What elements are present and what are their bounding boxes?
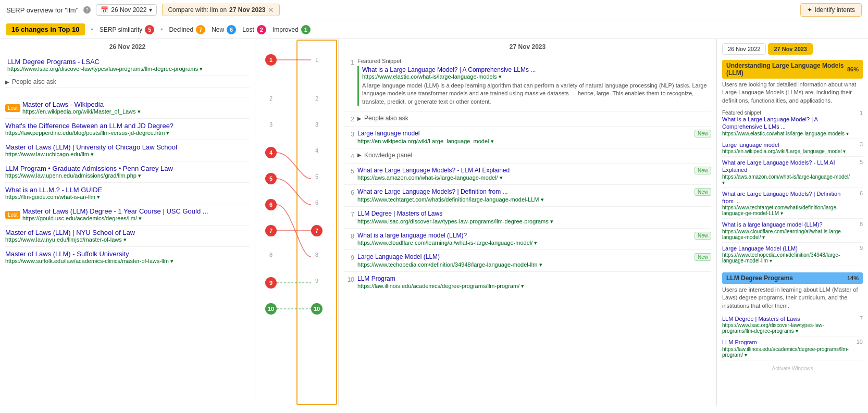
featured-snippet-box: What is a Large Language Model? | A Comp…: [357, 66, 711, 106]
intent-result-item: What are Large Language Models? | Defini…: [722, 188, 863, 219]
result-url[interactable]: https://aws.amazon.com/what-is/large-lan…: [357, 174, 691, 181]
intent-result-left: What are Large Language Models? - LLM AI…: [722, 159, 852, 185]
svg-text:9: 9: [269, 280, 272, 286]
list-item: What is an LL.M.? - LLM GUIDE https://ll…: [5, 183, 250, 204]
result-url[interactable]: https://www.cloudflare.com/learning/ai/w…: [357, 240, 691, 246]
result-url[interactable]: https://www.lsac.org/discover-law/types-…: [357, 218, 711, 225]
result-title[interactable]: Master of Laws (LLM) Degree - 1 Year Cou…: [22, 207, 208, 215]
close-icon[interactable]: ✕: [268, 6, 274, 14]
intent-result-title[interactable]: Large Language Model (LLM): [722, 245, 852, 252]
result-url[interactable]: https://en.wikipedia.org/wiki/Master_of_…: [22, 108, 141, 115]
right-serp-panel: 27 Nov 2023 1 Featured Snippet What is a…: [339, 39, 717, 406]
result-title[interactable]: Master of Laws (LLM) | NYU School of Law: [5, 229, 250, 236]
svg-text:8: 8: [315, 252, 318, 258]
improved-label: Improved: [272, 26, 299, 33]
intent-result-item: Large Language Model (LLM) https://www.t…: [722, 243, 863, 266]
intent-result-url[interactable]: https://www.elastic.co/what-is/large-lan…: [722, 131, 852, 136]
result-title[interactable]: What's the Difference Between an LLM and…: [5, 122, 250, 130]
knowledge-panel-content: ▶ Knowledge panel: [357, 152, 711, 159]
result-url[interactable]: https://gould.usc.edu/academics/degrees/…: [22, 215, 208, 222]
sparkle-icon: ✦: [807, 6, 812, 14]
intent-result-title[interactable]: What are Large Language Models? - LLM AI…: [722, 159, 852, 174]
intent-result-left: LLM Program https://law.illinois.edu/aca…: [722, 339, 852, 357]
intent-result-title[interactable]: What is a Large Language Model? | A Comp…: [722, 116, 852, 131]
position-number: 10: [344, 275, 354, 283]
list-item: Lost Master of Laws (LLM) Degree - 1 Yea…: [5, 204, 250, 226]
list-item: 10 LLM Program https://law.illinois.edu/…: [344, 272, 711, 294]
result-url[interactable]: https://law.pepperdine.edu/blog/posts/ll…: [5, 130, 250, 136]
intent-result-url[interactable]: https://aws.amazon.com/what-is/large-lan…: [722, 174, 852, 185]
intent-result-left: Large language model https://en.wikipedi…: [722, 141, 852, 154]
svg-text:1: 1: [269, 57, 272, 63]
result-title[interactable]: Large Language Model (LLM): [357, 253, 691, 261]
compare-button[interactable]: Compare with: llm on 27 Nov 2023 ✕: [162, 4, 280, 16]
identify-intents-button[interactable]: ✦ Identify intents: [800, 3, 862, 17]
intent-result-pos: 1: [855, 110, 863, 116]
paa-label: People also ask: [12, 78, 56, 85]
result-title[interactable]: What is a large language model (LLM)?: [357, 232, 691, 240]
result-url[interactable]: https://law.illinois.edu/academics/degre…: [357, 283, 711, 290]
intent-pct-2: 14%: [847, 275, 859, 281]
svg-text:6: 6: [315, 199, 318, 206]
intent-result-title[interactable]: LLM Program: [722, 339, 852, 346]
compare-label: Compare with: llm on: [168, 6, 227, 14]
tab-27nov2023[interactable]: 27 Nov 2023: [768, 43, 813, 55]
result-url[interactable]: https://www.law.upenn.edu/admissions/gra…: [5, 172, 250, 179]
result-title[interactable]: LLM Program: [357, 275, 711, 283]
result-url[interactable]: https://www.techopedia.com/definition/34…: [357, 261, 691, 268]
result-title[interactable]: What is a Large Language Model? | A Comp…: [362, 66, 711, 73]
list-item: Master of Laws (LLM) - Suffolk Universit…: [5, 247, 250, 268]
intent-title-1: Understanding Large Language Models (LLM…: [722, 60, 863, 79]
result-content: LLM Program https://law.illinois.edu/aca…: [357, 275, 711, 290]
intent-result-url[interactable]: https://www.cloudflare.com/learning/ai/w…: [722, 229, 852, 240]
intent-result-url[interactable]: https://www.techopedia.com/definition/34…: [722, 252, 852, 264]
intent-result-title[interactable]: Large language model: [722, 141, 852, 148]
result-title[interactable]: Large language model: [357, 130, 691, 138]
intent-result-pos: 7: [855, 315, 863, 321]
result-url[interactable]: https://www.suffolk.edu/law/academics-cl…: [5, 258, 250, 265]
triangle-icon: ▶: [357, 116, 362, 121]
date-picker[interactable]: 📅 26 Nov 2022 ▾: [96, 4, 157, 16]
paa-label: People also ask: [364, 115, 408, 122]
list-item: 1 Featured Snippet What is a Large Langu…: [344, 55, 711, 111]
result-title[interactable]: Master of Laws (LLM) | University of Chi…: [5, 143, 250, 151]
result-title[interactable]: Master of Laws (LLM) - Suffolk Universit…: [5, 250, 250, 258]
intent-result-left: What is a large language model (LLM)? ht…: [722, 221, 852, 240]
result-title[interactable]: LLM Program • Graduate Admissions • Penn…: [5, 165, 250, 172]
result-url[interactable]: https://www.elastic.co/what-is/large-lan…: [362, 73, 711, 80]
header: SERP overview for "llm" ? 📅 26 Nov 2022 …: [0, 0, 868, 20]
result-url[interactable]: https://www.lsac.org/discover-law/types/…: [7, 66, 250, 72]
intent-result-url[interactable]: https://www.techtarget.com/whatis/defini…: [722, 205, 852, 216]
result-url[interactable]: https://en.wikipedia.org/wiki/Large_lang…: [357, 138, 691, 145]
intent-result-url[interactable]: https://www.lsac.org/discover-law/types-…: [722, 322, 852, 334]
result-title[interactable]: LLM Degree | Masters of Laws: [357, 210, 711, 218]
result-url[interactable]: https://www.law.nyu.edu/llmjsd/master-of…: [5, 236, 250, 243]
svg-text:4: 4: [315, 147, 318, 154]
result-title[interactable]: LLM Degree Programs - LSAC: [7, 58, 250, 66]
list-item: What's the Difference Between an LLM and…: [5, 119, 250, 140]
result-title[interactable]: What are Large Language Models? - LLM AI…: [357, 167, 691, 175]
tab-26nov2022[interactable]: 26 Nov 2022: [722, 43, 766, 55]
result-url[interactable]: https://llm-guide.com/what-is-an-llm ▾: [5, 194, 250, 201]
result-url[interactable]: https://www.techtarget.com/whatis/defini…: [357, 196, 691, 203]
declined-bubble: 7: [196, 25, 205, 34]
left-serp-panel: 26 Nov 2022 LLM Degree Programs - LSAC h…: [0, 39, 255, 406]
paa-content: ▶ People also ask: [357, 115, 711, 122]
new-bubble: 6: [227, 25, 236, 34]
list-item: [5, 88, 250, 97]
intent-result-url[interactable]: https://law.illinois.edu/academics/degre…: [722, 346, 852, 358]
similarity-label: SERP similarity: [100, 26, 142, 33]
result-title[interactable]: Master of Laws - Wikipedia: [22, 101, 141, 108]
new-badge: New: [695, 188, 711, 196]
intent-result-title[interactable]: What is a large language model (LLM)?: [722, 221, 852, 228]
result-title[interactable]: What are Large Language Models? | Defini…: [357, 188, 691, 196]
intent-result-title[interactable]: What are Large Language Models? | Defini…: [722, 190, 852, 205]
result-url[interactable]: https://www.law.uchicago.edu/llm ▾: [5, 151, 250, 158]
paa-row: ▶ People also ask: [357, 115, 711, 122]
result-title[interactable]: What is an LL.M.? - LLM GUIDE: [5, 186, 250, 194]
svg-text:7: 7: [269, 228, 272, 234]
intent-result-title[interactable]: LLM Degree | Masters of Laws: [722, 315, 852, 322]
main-content: 26 Nov 2022 LLM Degree Programs - LSAC h…: [0, 39, 868, 406]
new-badge: New: [695, 232, 711, 240]
intent-result-url[interactable]: https://en.wikipedia.org/wiki/Large_lang…: [722, 148, 852, 154]
